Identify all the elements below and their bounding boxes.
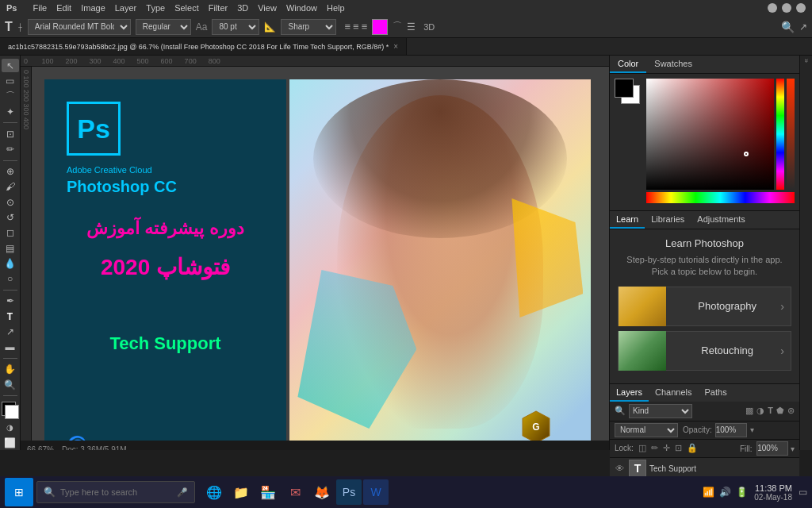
lock-image-icon[interactable]: ✏ [651,443,658,453]
hand-tool[interactable]: ✋ [2,363,19,376]
blend-mode-select[interactable]: Normal [615,423,678,437]
eraser-tool[interactable]: ◻ [2,226,19,240]
font-style-select[interactable]: Regular [136,19,191,35]
taskbar-app-mail[interactable]: ✉ [282,479,308,505]
menu-type[interactable]: Type [146,3,165,13]
menu-filter[interactable]: Filter [209,3,228,13]
clone-stamp-tool[interactable]: ⊙ [2,195,19,209]
healing-brush-tool[interactable]: ⊕ [2,164,19,178]
opacity-input[interactable] [715,423,747,437]
gradient-tool[interactable]: ▤ [2,241,19,255]
menu-3d[interactable]: 3D [237,3,248,13]
eyedropper-tool[interactable]: ✏ [2,142,19,156]
tab-layers[interactable]: Layers [610,384,649,402]
search-icon[interactable]: 🔍 [781,21,795,33]
layer-filter-select[interactable]: Kind [629,404,692,418]
move-tool[interactable]: ↖ [2,59,19,72]
menu-help[interactable]: Help [327,3,345,13]
foreground-color-box[interactable] [615,79,634,98]
taskbar-app-ie[interactable]: 🌐 [201,479,227,505]
layer-visibility-toggle-0[interactable]: 👁 [613,464,626,473]
menu-image[interactable]: Image [81,3,105,13]
minimize-button[interactable]: − [768,3,777,13]
network-icon[interactable]: 📶 [703,487,714,498]
3d-text-icon[interactable]: 3D [423,22,435,32]
align-right-icon[interactable]: ≡ [362,21,368,33]
align-left-icon[interactable]: ≡ [344,21,350,33]
tab-adjustments[interactable]: Adjustments [691,211,752,229]
font-size-select[interactable]: 80 pt [212,19,259,35]
active-tab[interactable]: ac1b1c57882315.59e793ab58bc2.jpg @ 66.7%… [0,38,407,55]
opacity-chevron-icon[interactable]: ▾ [750,425,754,434]
taskbar-app-word[interactable]: W [363,479,389,505]
learn-item-retouching[interactable]: Retouching › [618,331,791,371]
lock-all-icon[interactable]: 🔒 [687,443,698,453]
menu-view[interactable]: View [258,3,277,13]
fg-bg-color-selector[interactable] [615,79,643,206]
close-button[interactable]: × [796,3,806,13]
tab-swatches[interactable]: Swatches [646,56,700,73]
taskbar-search[interactable]: 🔍 🎤 [36,481,195,503]
warp-text-icon[interactable]: ⌒ [393,20,402,33]
background-color[interactable] [5,405,19,419]
path-selection-tool[interactable]: ↗ [2,325,19,338]
history-brush-tool[interactable]: ↺ [2,210,19,224]
alpha-slider[interactable] [787,79,795,190]
tab-paths[interactable]: Paths [699,384,733,402]
layer-row-tech-support[interactable]: 👁 T Tech Support [610,458,799,476]
quick-mask-tool[interactable]: ◑ [2,421,19,434]
menu-select[interactable]: Select [174,3,199,13]
start-button[interactable]: ⊞ [5,478,33,506]
align-center-icon[interactable]: ≡ [353,21,359,33]
fill-input[interactable] [756,441,788,456]
menu-window[interactable]: Window [286,3,317,13]
text-tool[interactable]: T [2,310,19,323]
lock-artboard-icon[interactable]: ⊡ [675,443,682,453]
lasso-tool[interactable]: ⌒ [2,90,19,103]
text-color-swatch[interactable] [372,19,388,35]
show-desktop-icon[interactable]: ▭ [799,487,807,498]
magic-wand-tool[interactable]: ✦ [2,105,19,118]
taskbar-app-explorer[interactable]: 📁 [228,479,254,505]
share-icon[interactable]: ↗ [799,21,807,33]
filter-pixel-icon[interactable]: ▩ [745,406,753,416]
lock-transparent-icon[interactable]: ◫ [638,443,646,453]
battery-icon[interactable]: 🔋 [736,487,748,498]
taskbar-app-store[interactable]: 🏪 [255,479,281,505]
menu-edit[interactable]: Edit [56,3,71,13]
font-family-select[interactable]: Arial Rounded MT Bold [28,19,131,35]
tab-color[interactable]: Color [610,56,646,73]
taskbar-search-input[interactable] [60,487,172,497]
shape-tool[interactable]: ▬ [2,341,19,354]
dodge-tool[interactable]: ○ [2,272,19,286]
taskbar-app-firefox[interactable]: 🦊 [309,479,335,505]
character-panel-icon[interactable]: ☰ [407,21,416,33]
tab-channels[interactable]: Channels [649,384,698,402]
hue-slider[interactable] [776,79,784,190]
maximize-button[interactable]: □ [782,3,791,13]
zoom-tool[interactable]: 🔍 [2,378,19,391]
taskbar-clock[interactable]: 11:38 PM 02-May-18 [754,483,792,502]
filter-type-icon[interactable]: T [768,406,773,416]
color-saturation-picker[interactable] [646,79,774,190]
tab-learn[interactable]: Learn [610,211,645,229]
color-spectrum-bar[interactable] [646,192,795,203]
menu-layer[interactable]: Layer [115,3,137,13]
menu-file[interactable]: File [33,3,47,13]
tab-close-button[interactable]: × [393,42,398,51]
pen-tool[interactable]: ✒ [2,294,19,308]
blur-tool[interactable]: 💧 [2,256,19,270]
tab-libraries[interactable]: Libraries [645,211,691,229]
screen-mode-tool[interactable]: ⬜ [2,437,19,450]
marquee-tool[interactable]: ▭ [2,74,19,87]
crop-tool[interactable]: ⊡ [2,127,19,140]
filter-adjustment-icon[interactable]: ◑ [756,406,764,416]
color-selector[interactable] [0,402,21,419]
volume-icon[interactable]: 🔊 [719,487,731,498]
anti-alias-select[interactable]: Sharp [281,19,336,35]
taskbar-app-photoshop[interactable]: Ps [336,479,362,505]
learn-item-photography[interactable]: Photography › [618,287,791,326]
fill-chevron-icon[interactable]: ▾ [791,444,795,452]
filter-shape-icon[interactable]: ⬟ [776,406,784,416]
lock-move-icon[interactable]: ✛ [663,443,670,453]
